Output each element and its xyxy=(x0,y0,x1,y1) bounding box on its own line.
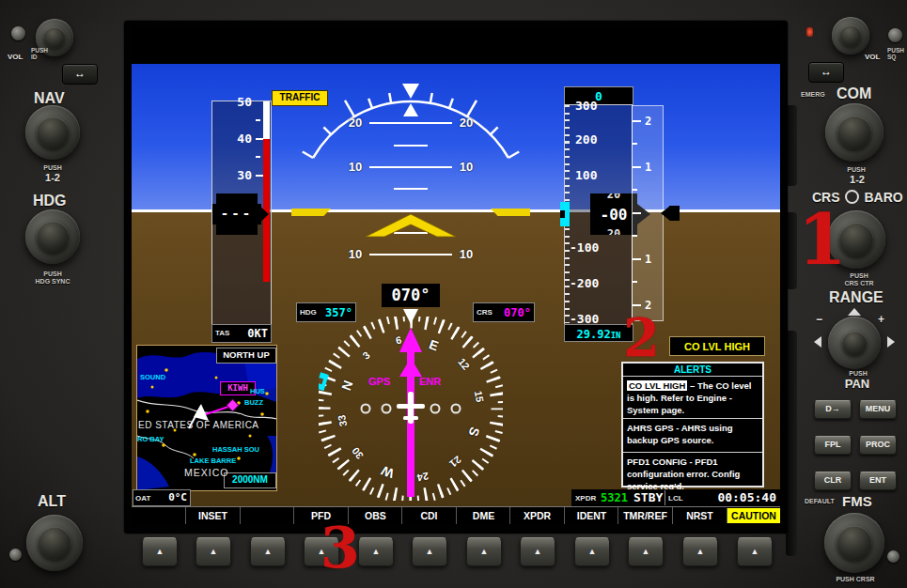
airspeed-value: --- xyxy=(218,206,256,221)
alert-item[interactable]: PFD1 CONFIG - PFD1 configuration error. … xyxy=(623,452,762,494)
fpl-button[interactable]: FPL xyxy=(814,436,852,455)
softkey-label-cdi[interactable]: CDI xyxy=(401,507,456,524)
range-pan-joystick-cap[interactable] xyxy=(842,331,867,355)
softkey-button-1[interactable]: ▲ xyxy=(142,537,178,566)
map-label-mexico: MEXICO xyxy=(184,467,228,478)
proc-button[interactable]: PROC xyxy=(859,436,897,455)
tas-box: TAS 0KT xyxy=(211,324,272,343)
softkey-button-3[interactable]: ▲ xyxy=(250,537,286,566)
com-push-12-label: 1-2 xyxy=(842,174,872,185)
xpdr-status-bar: XPDR 5321 STBY LCL 00:05:40 xyxy=(571,489,780,506)
tas-label: TAS xyxy=(215,329,229,337)
pitch-m10-left: 10 xyxy=(345,247,366,261)
clr-button[interactable]: CLR xyxy=(814,472,852,490)
alt-tick-m100: -100 xyxy=(570,240,599,255)
alert-item[interactable]: CO LVL HIGH – The CO level is high. Refe… xyxy=(623,377,762,418)
fms-knob[interactable] xyxy=(824,513,884,573)
pitch-m10-right: 10 xyxy=(456,247,477,261)
baro-unit: IN xyxy=(611,331,621,340)
audio-jack-left xyxy=(11,26,25,40)
com-volume-knob-cap xyxy=(839,24,861,46)
map-course-line xyxy=(203,406,231,415)
nav-mode: ENR xyxy=(419,376,441,387)
map-range-box[interactable]: 2000NM xyxy=(224,472,276,488)
softkey-button-12[interactable]: ▲ xyxy=(737,537,773,566)
nav-tuning-knob[interactable] xyxy=(25,105,80,160)
pitch-10-left: 10 xyxy=(345,160,366,174)
pitch-20-right: 20 xyxy=(456,116,477,130)
softkey-label-tmrref[interactable]: TMR/REF xyxy=(618,507,672,524)
heading-readout-box: 070° xyxy=(382,284,440,307)
softkey-arrow-icon: ▲ xyxy=(210,547,218,556)
alt-tick-m200: -200 xyxy=(570,276,599,290)
map-label-hus: HUS xyxy=(250,387,265,395)
softkey-button-8[interactable]: ▲ xyxy=(520,537,555,566)
ent-button[interactable]: ENT xyxy=(859,472,897,490)
alert-code: PFD1 CONFIG xyxy=(627,456,687,467)
softkey-button-10[interactable]: ▲ xyxy=(628,537,664,566)
fms-knob-label: FMS xyxy=(842,493,872,509)
com-knob-label: COM xyxy=(837,85,871,102)
altitude-select-knob-cap[interactable] xyxy=(39,527,71,560)
nav-source: GPS xyxy=(368,376,390,387)
audio-jack-right xyxy=(888,28,902,42)
altitude-readout: 20 -00 20 xyxy=(590,193,637,235)
range-pan-joystick[interactable] xyxy=(828,317,881,369)
softkey-label-dme[interactable]: DME xyxy=(456,507,510,524)
alert-item[interactable]: AHRS GPS - AHRS using backup GPS source. xyxy=(623,418,762,452)
range-up-arrow-icon xyxy=(848,308,861,316)
softkey-button-11[interactable]: ▲ xyxy=(682,537,718,566)
softkey-button-9[interactable]: ▲ xyxy=(574,537,610,566)
softkey-button-2[interactable]: ▲ xyxy=(195,537,231,566)
fms-knob-cap[interactable] xyxy=(837,525,871,560)
softkey-button-5[interactable]: ▲ xyxy=(358,537,394,566)
co-level-annunciator: CO LVL HIGH xyxy=(669,336,765,356)
airspeed-tick-50: 50 xyxy=(224,95,252,109)
vsi-pointer xyxy=(669,206,680,221)
lcl-time: 00:05:40 xyxy=(717,490,776,504)
softkey-arrow-icon: ▲ xyxy=(696,547,705,556)
com-tuning-knob[interactable] xyxy=(825,103,884,162)
menu-button[interactable]: MENU xyxy=(859,400,897,419)
hdg-label: HDG xyxy=(300,308,317,317)
transfer-arrow-icon: ↔ xyxy=(821,65,832,78)
heading-knob[interactable] xyxy=(25,209,80,264)
softkey-button-6[interactable]: ▲ xyxy=(412,537,447,566)
softkey-arrow-icon: ▲ xyxy=(372,547,381,556)
softkey-arrow-icon: ▲ xyxy=(480,547,489,556)
softkey-arrow-icon: ▲ xyxy=(426,547,434,556)
xpdr-label: XPDR xyxy=(575,494,596,503)
softkey-arrow-icon: ▲ xyxy=(588,547,597,556)
map-orientation-box: NORTH UP xyxy=(216,348,276,364)
nav-tuning-knob-cap[interactable] xyxy=(37,116,69,148)
softkey-label-inset[interactable]: INSET xyxy=(185,507,240,524)
g1000-pfd-unit: VOL PUSH ID ↔ NAV PUSH 1-2 HDG PUSH HDG … xyxy=(0,0,907,588)
softkey-button-7[interactable]: ▲ xyxy=(466,537,502,566)
hsi: N 3 6 E 12 15 S 21 24 W 30 33 xyxy=(319,317,503,501)
softkey-arrow-icon: ▲ xyxy=(751,547,759,556)
softkey-label-1[interactable] xyxy=(132,507,185,524)
altitude-select-knob[interactable] xyxy=(26,515,83,571)
divider xyxy=(665,490,665,505)
map-label-bay: RO BAY xyxy=(137,435,164,443)
tas-value: 0KT xyxy=(247,327,268,340)
com-tuning-knob-cap[interactable] xyxy=(837,116,871,149)
softkey-label-xpdr[interactable]: XPDR xyxy=(509,507,564,524)
com-frequency-transfer-button[interactable]: ↔ xyxy=(808,62,844,83)
nav-volume-label: VOL xyxy=(8,53,23,61)
direct-to-button[interactable]: D→ xyxy=(814,400,852,419)
com-volume-knob[interactable] xyxy=(832,17,869,54)
softkey-label-3[interactable] xyxy=(240,507,294,524)
nav-frequency-transfer-button[interactable]: ↔ xyxy=(62,64,98,85)
heading-bug-icon xyxy=(319,372,329,391)
map-label-lake: LAKE BARRE xyxy=(190,456,236,465)
inset-map[interactable]: NORTH UP 2000NM KIWH SOUND RO BAY HASSAH… xyxy=(136,345,277,491)
emergency-led xyxy=(806,27,813,37)
pitch-20-left: 20 xyxy=(345,116,366,130)
co-level-annunciator-text: CO LVL HIGH xyxy=(684,341,750,352)
softkey-label-ident[interactable]: IDENT xyxy=(564,507,618,524)
softkey-label-nrst[interactable]: NRST xyxy=(672,507,727,524)
map-label-usa: ED STATES OF AMERICA xyxy=(138,420,277,430)
airspeed-tick-40: 40 xyxy=(224,132,252,146)
softkey-label-caution[interactable]: CAUTION xyxy=(727,508,780,523)
